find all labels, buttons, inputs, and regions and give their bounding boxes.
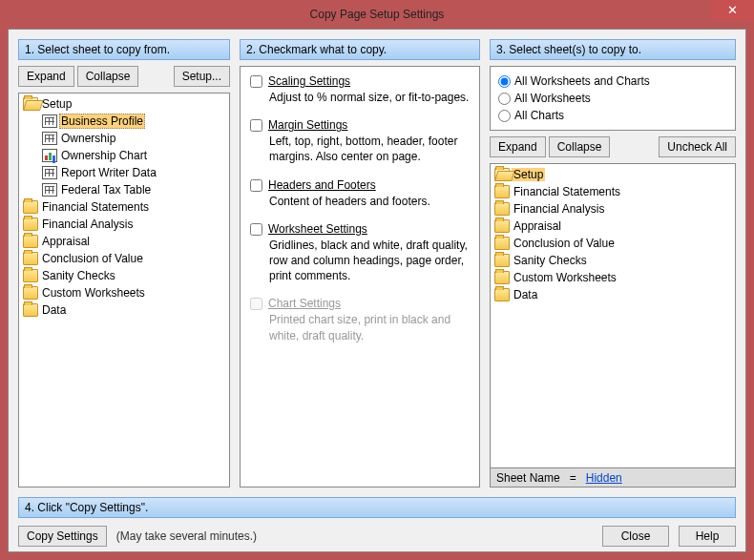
tree-row[interactable]: Report Writer Data xyxy=(21,164,227,181)
folder-closed-icon xyxy=(494,219,510,233)
tree-label: Data xyxy=(40,303,68,317)
target-scope-radios: All Worksheets and ChartsAll WorksheetsA… xyxy=(490,66,736,131)
close-button[interactable]: Close xyxy=(602,526,669,547)
option-title: Worksheet Settings xyxy=(268,222,367,236)
option-checkbox[interactable] xyxy=(250,179,262,192)
help-button[interactable]: Help xyxy=(679,526,736,547)
folder-closed-icon xyxy=(23,269,38,282)
folder-closed-icon xyxy=(494,237,510,250)
tree-label: Conclusion of Value xyxy=(512,237,617,250)
sheet-icon xyxy=(42,183,57,197)
tree-row[interactable]: Custom Worksheets xyxy=(21,284,227,301)
tree-label: Sanity Checks xyxy=(512,254,589,267)
scope-radio-row[interactable]: All Worksheets xyxy=(498,90,727,107)
collapse-button[interactable]: Collapse xyxy=(549,136,611,157)
tree-row[interactable]: Federal Tax Table xyxy=(21,181,227,198)
step1-header: 1. Select sheet to copy from. xyxy=(18,39,230,60)
collapse-button[interactable]: Collapse xyxy=(77,66,139,87)
scope-radio[interactable] xyxy=(498,93,511,105)
option-title: Headers and Footers xyxy=(268,178,376,192)
tree-label: Financial Statements xyxy=(40,200,151,214)
folder-open-icon xyxy=(23,97,38,111)
scope-radio-label: All Worksheets xyxy=(514,92,591,105)
option-checkbox[interactable] xyxy=(250,119,262,132)
scope-radio[interactable] xyxy=(498,110,511,122)
tree-row[interactable]: Custom Worksheets xyxy=(492,269,733,286)
tree-row[interactable]: Financial Statements xyxy=(21,198,227,216)
tree-label: Financial Analysis xyxy=(512,202,606,216)
tree-label: Financial Statements xyxy=(512,185,622,198)
tree-row[interactable]: Setup xyxy=(21,95,227,113)
option-checkbox xyxy=(250,298,262,310)
tree-row[interactable]: Setup xyxy=(492,166,733,183)
option-checkbox[interactable] xyxy=(250,75,262,88)
folder-closed-icon xyxy=(23,235,38,248)
source-tree[interactable]: SetupBusiness ProfileOwnershipOwnership … xyxy=(18,93,230,487)
folder-closed-icon xyxy=(23,218,38,231)
option-title: Scaling Settings xyxy=(268,74,350,88)
tree-label: Sanity Checks xyxy=(40,269,117,282)
tree-row[interactable]: Financial Analysis xyxy=(492,200,733,218)
step4-header: 4. Click "Copy Settings". xyxy=(18,497,736,518)
tree-label: Business Profile xyxy=(59,114,145,129)
folder-closed-icon xyxy=(494,271,510,284)
copy-settings-button[interactable]: Copy Settings xyxy=(18,526,107,547)
sheet-icon xyxy=(42,132,57,145)
option-desc: Adjust to % normal size, or fit-to-pages… xyxy=(269,90,470,105)
option-title: Margin Settings xyxy=(268,118,347,132)
uncheck-all-button[interactable]: Uncheck All xyxy=(659,136,736,157)
chart-icon xyxy=(42,149,57,162)
titlebar: Copy Page Setup Settings ✕ xyxy=(0,0,754,29)
equals-sign: = xyxy=(570,471,576,485)
scope-radio-label: All Charts xyxy=(514,109,564,122)
folder-closed-icon xyxy=(23,252,38,265)
close-icon[interactable]: ✕ xyxy=(711,0,754,21)
scope-radio[interactable] xyxy=(498,75,511,88)
copy-options: Scaling SettingsAdjust to % normal size,… xyxy=(240,66,480,487)
hidden-link[interactable]: Hidden xyxy=(586,471,622,485)
expand-button[interactable]: Expand xyxy=(490,136,546,157)
sheet-icon xyxy=(42,114,57,128)
tree-row[interactable]: Sanity Checks xyxy=(492,252,733,269)
folder-closed-icon xyxy=(494,202,510,216)
copy-option: Scaling SettingsAdjust to % normal size,… xyxy=(250,74,470,105)
scope-radio-row[interactable]: All Charts xyxy=(498,107,727,124)
step3-header: 3. Select sheet(s) to copy to. xyxy=(490,39,736,60)
tree-row[interactable]: Sanity Checks xyxy=(21,267,227,284)
window-title: Copy Page Setup Settings xyxy=(310,8,445,21)
tree-label: Custom Worksheets xyxy=(40,286,147,300)
setup-button[interactable]: Setup... xyxy=(174,66,230,87)
tree-row[interactable]: Appraisal xyxy=(21,233,227,250)
target-tree[interactable]: SetupFinancial StatementsFinancial Analy… xyxy=(490,163,736,468)
tree-row[interactable]: Data xyxy=(492,286,733,303)
option-desc: Printed chart size, print in black and w… xyxy=(269,312,470,342)
option-checkbox[interactable] xyxy=(250,223,262,236)
option-desc: Gridlines, black and white, draft qualit… xyxy=(269,238,470,284)
step2-header: 2. Checkmark what to copy. xyxy=(240,39,480,60)
copy-note: (May take several minutes.) xyxy=(116,529,257,543)
tree-row[interactable]: Financial Analysis xyxy=(21,216,227,233)
tree-row[interactable]: Conclusion of Value xyxy=(21,250,227,267)
tree-row[interactable]: Business Profile xyxy=(21,113,227,130)
option-title: Chart Settings xyxy=(268,297,341,310)
copy-option: Chart SettingsPrinted chart size, print … xyxy=(250,297,470,342)
tree-label: Data xyxy=(512,288,539,301)
tree-label: Federal Tax Table xyxy=(59,183,153,197)
folder-closed-icon xyxy=(494,254,510,267)
expand-button[interactable]: Expand xyxy=(18,66,74,87)
tree-row[interactable]: Appraisal xyxy=(492,218,733,235)
scope-radio-row[interactable]: All Worksheets and Charts xyxy=(498,73,727,90)
sheet-icon xyxy=(42,166,57,179)
tree-label: Ownership xyxy=(59,132,117,145)
tree-row[interactable]: Data xyxy=(21,301,227,319)
tree-row[interactable]: Conclusion of Value xyxy=(492,235,733,252)
tree-label: Financial Analysis xyxy=(40,218,135,231)
tree-row[interactable]: Ownership xyxy=(21,130,227,147)
tree-row[interactable]: Financial Statements xyxy=(492,183,733,200)
folder-closed-icon xyxy=(494,185,510,198)
tree-label: Appraisal xyxy=(40,235,92,248)
folder-open-icon xyxy=(494,168,510,181)
copy-option: Headers and FootersContent of headers an… xyxy=(250,178,470,209)
tree-label: Custom Worksheets xyxy=(512,271,618,284)
tree-row[interactable]: Ownership Chart xyxy=(21,147,227,164)
